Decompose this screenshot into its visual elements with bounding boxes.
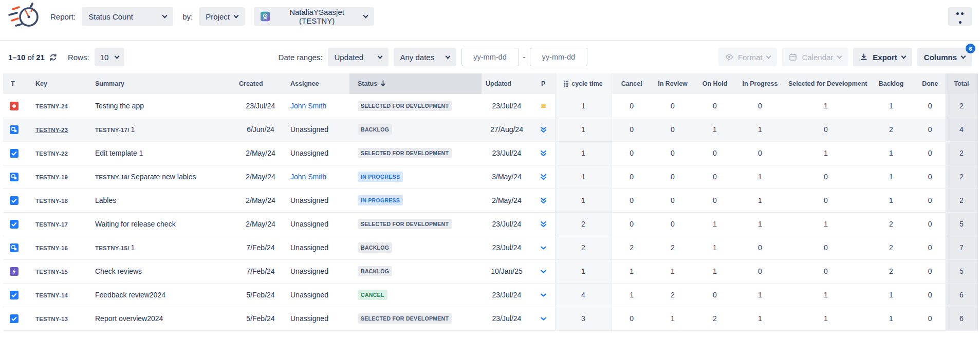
- table-row[interactable]: TESTNY-14Feedback review20245/Feb/24Unas…: [3, 283, 977, 307]
- cell-key: TESTNY-14: [25, 283, 88, 307]
- cell-summary: TESTNY-15/1: [88, 236, 235, 259]
- column-header-on_hold[interactable]: On Hold: [694, 73, 736, 94]
- issue-key-link[interactable]: TESTNY-22: [35, 151, 68, 157]
- cell-status: BACKLOG: [349, 118, 482, 141]
- date-to-input[interactable]: [530, 48, 587, 66]
- cell-updated: 23/Jul/24: [482, 307, 532, 330]
- cell-summary: Check reviews: [88, 259, 235, 283]
- column-header-in_review[interactable]: In Review: [652, 73, 694, 94]
- cell-created: 6/Jun/24: [235, 118, 286, 141]
- cell-priority: [532, 94, 555, 118]
- report-label: Report:: [50, 12, 76, 21]
- issue-key-link[interactable]: TESTNY-23: [35, 127, 68, 133]
- table-row[interactable]: TESTNY-17Waiting for release check2/May/…: [3, 212, 977, 236]
- issue-key-link[interactable]: TESTNY-13: [35, 316, 68, 322]
- table-row[interactable]: TESTNY-23TESTNY-17/16/Jun/24UnassignedBA…: [3, 118, 977, 141]
- issue-key-link[interactable]: TESTNY-14: [35, 292, 68, 298]
- calendar-icon: [789, 53, 797, 61]
- column-header-type[interactable]: T: [3, 73, 25, 94]
- column-header-done[interactable]: Done: [915, 73, 946, 94]
- summary-text: Edit template 1: [95, 149, 143, 157]
- assignee[interactable]: John Smith: [290, 173, 326, 181]
- cell-backlog: 2: [867, 259, 915, 283]
- date-ranges-label: Date ranges:: [279, 53, 323, 62]
- cell-in_progress: 0: [736, 141, 784, 165]
- issue-key-link[interactable]: TESTNY-16: [35, 245, 68, 251]
- issue-key-link[interactable]: TESTNY-18: [35, 198, 68, 204]
- cell-in_progress: 0: [736, 259, 784, 283]
- columns-button[interactable]: Columns 6: [917, 48, 972, 66]
- cell-backlog: 2: [867, 236, 915, 259]
- parent-issue-key: TESTNY-18/: [95, 174, 130, 180]
- column-header-assignee[interactable]: Assignee: [286, 73, 349, 94]
- table-row[interactable]: TESTNY-18Lables2/May/24UnassignedIN PROG…: [3, 189, 977, 212]
- cell-backlog: 1: [867, 307, 915, 330]
- cell-status: SELECTED FOR DEVELOPMENT: [349, 307, 482, 330]
- summary-text: Separate new lables: [131, 173, 196, 181]
- column-header-selected_for_development[interactable]: Selected for Development: [784, 73, 867, 94]
- column-header-cycle_time[interactable]: cycle time: [555, 73, 612, 94]
- status-badge: SELECTED FOR DEVELOPMENT: [358, 148, 452, 159]
- export-button[interactable]: Export: [853, 48, 912, 66]
- column-header-key[interactable]: Key: [25, 73, 88, 94]
- cell-selected_for_development: 1: [784, 94, 867, 118]
- column-header-total[interactable]: Total: [946, 73, 977, 94]
- table-row[interactable]: TESTNY-16TESTNY-15/17/Feb/24UnassignedBA…: [3, 236, 977, 259]
- date-from-input[interactable]: [461, 48, 519, 66]
- table-row[interactable]: TESTNY-15Check reviews7/Feb/24Unassigned…: [3, 259, 977, 283]
- project-avatar: [261, 11, 270, 22]
- table-row[interactable]: TESTNY-24Testing the app23/Jul/24John Sm…: [3, 94, 977, 118]
- refresh-button[interactable]: [48, 52, 59, 63]
- table-row[interactable]: TESTNY-22Edit template 12/May/24Unassign…: [3, 141, 977, 165]
- cell-priority: [532, 118, 555, 141]
- rows-per-page-select[interactable]: 10: [95, 48, 124, 66]
- cell-key: TESTNY-18: [25, 189, 88, 212]
- date-preset-select[interactable]: Any dates: [394, 48, 456, 66]
- cell-key: TESTNY-15: [25, 259, 88, 283]
- assignee[interactable]: John Smith: [290, 102, 326, 110]
- column-label: Backlog: [879, 80, 904, 87]
- issue-key-link[interactable]: TESTNY-17: [35, 221, 68, 228]
- column-header-cancel[interactable]: Cancel: [612, 73, 652, 94]
- column-label: In Progress: [743, 80, 778, 87]
- column-label: P: [541, 80, 545, 87]
- column-label: Key: [35, 80, 47, 87]
- column-header-in_progress[interactable]: In Progress: [736, 73, 784, 94]
- table-row[interactable]: TESTNY-19TESTNY-18/Separate new lables2/…: [3, 165, 977, 189]
- cell-selected_for_development: 1: [784, 307, 867, 330]
- column-header-created[interactable]: Created: [235, 73, 286, 94]
- cell-type: [3, 118, 25, 141]
- cell-key: TESTNY-24: [25, 94, 88, 118]
- group-by-select[interactable]: Project: [199, 7, 245, 26]
- table-row[interactable]: TESTNY-13Report overview20245/Feb/24Unas…: [3, 307, 977, 330]
- cell-done: 0: [915, 307, 946, 330]
- column-header-summary[interactable]: Summary: [88, 73, 235, 94]
- calendar-button[interactable]: Calendar: [782, 48, 848, 66]
- cell-updated: 2/May/24: [482, 189, 532, 212]
- report-select[interactable]: Status Count: [82, 7, 173, 26]
- cell-created: 2/May/24: [235, 141, 286, 165]
- drag-handle-icon: [564, 81, 568, 87]
- cell-updated: 27/Aug/24: [482, 118, 532, 141]
- cell-backlog: 1: [867, 165, 915, 189]
- toolbar: 1–10 of 21 Rows: 10 Date ranges: Updated: [0, 41, 980, 73]
- date-field-select[interactable]: Updated: [328, 48, 389, 66]
- column-header-status[interactable]: Status: [349, 73, 482, 94]
- cell-in_progress: 1: [736, 165, 784, 189]
- cell-summary: Testing the app: [88, 94, 235, 118]
- cell-done: 0: [915, 283, 946, 307]
- column-header-updated[interactable]: Updated: [482, 73, 532, 94]
- subtask-issue-type-icon: [10, 125, 19, 134]
- more-actions-button[interactable]: [948, 7, 972, 26]
- cell-assignee: Unassigned: [286, 189, 349, 212]
- issue-key-link[interactable]: TESTNY-19: [35, 174, 68, 180]
- summary-text: 1: [131, 243, 135, 252]
- cell-done: 0: [915, 259, 946, 283]
- column-header-priority[interactable]: P: [532, 73, 555, 94]
- project-select[interactable]: NataliaYSaasjet (TESTNY): [254, 7, 374, 26]
- issue-key-link[interactable]: TESTNY-24: [35, 103, 68, 109]
- cell-selected_for_development: 0: [784, 189, 867, 212]
- column-header-backlog[interactable]: Backlog: [867, 73, 915, 94]
- issue-key-link[interactable]: TESTNY-15: [35, 269, 68, 275]
- format-button[interactable]: Format: [718, 48, 778, 66]
